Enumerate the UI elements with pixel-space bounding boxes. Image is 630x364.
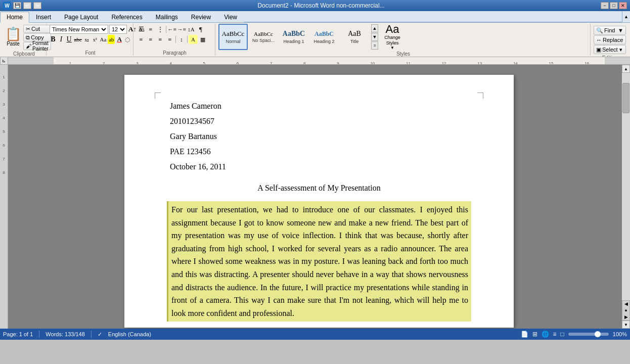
highlight-button[interactable]: ab	[108, 35, 115, 44]
view-web-btn[interactable]: 🌐	[542, 331, 549, 338]
styles-scroll-down[interactable]: ▼	[371, 33, 378, 41]
format-painter-button[interactable]: 🖌 Format Painter	[23, 42, 51, 50]
style-no-spacing-button[interactable]: AaBbCc No Spaci...	[249, 24, 278, 50]
zoom-level: 100%	[613, 331, 627, 337]
decrease-indent-button[interactable]: ←≡	[167, 25, 176, 34]
ruler-numbers: 12345678910111213141516	[54, 61, 605, 65]
change-case-button[interactable]: Aa	[100, 35, 107, 44]
replace-button[interactable]: ↔ Replace	[594, 35, 626, 44]
style-title-button[interactable]: AaB Title	[340, 24, 369, 50]
find-button[interactable]: 🔍 Find ▼	[594, 26, 626, 35]
sort-button[interactable]: ↕A	[187, 25, 196, 34]
prev-page-btn[interactable]: ◀	[624, 301, 628, 306]
bold-button[interactable]: B	[50, 35, 57, 44]
styles-more-btn[interactable]: ≡	[371, 41, 378, 50]
subscript-button[interactable]: x₂	[83, 35, 91, 44]
paste-button[interactable]: 📋 Paste	[4, 24, 22, 50]
change-styles-label: ChangeStyles	[384, 35, 400, 46]
font-name-selector[interactable]: Times New Roman	[50, 25, 108, 34]
tab-view[interactable]: View	[217, 12, 244, 22]
show-formatting-button[interactable]: ¶	[196, 25, 205, 34]
bullets-button[interactable]: ☰	[137, 25, 146, 34]
style-normal-button[interactable]: AaBbCc Normal	[218, 24, 248, 50]
zoom-thumb[interactable]	[595, 331, 601, 337]
align-center-button[interactable]: ≡	[146, 35, 155, 44]
status-sep2	[91, 331, 92, 338]
close-button[interactable]: ✕	[619, 2, 627, 9]
page-status-text: Page: 1 of 1	[3, 331, 33, 337]
spell-check-indicator[interactable]: ✓	[98, 331, 102, 338]
style-heading2-button[interactable]: AaBbC Heading 2	[309, 24, 339, 50]
zoom-slider[interactable]	[568, 333, 609, 336]
view-fullscreen-btn[interactable]: ⊞	[532, 331, 537, 338]
tab-insert[interactable]: Insert	[29, 12, 58, 22]
superscript-button[interactable]: x²	[92, 35, 99, 44]
view-outline-btn[interactable]: ≡	[553, 331, 557, 338]
align-left-button[interactable]: ≡	[137, 35, 146, 44]
paste-label: Paste	[7, 41, 20, 47]
course-line: PAE 123456	[170, 146, 468, 158]
select-button[interactable]: ▣ Select ▾	[594, 45, 626, 54]
next-page-btn[interactable]: ▶	[624, 314, 628, 320]
ribbon-collapse-btn[interactable]: ▲	[622, 11, 630, 22]
align-right-button[interactable]: ≡	[156, 35, 165, 44]
styles-scroll: ▲ ▼ ≡	[371, 24, 378, 50]
justify-button[interactable]: ≡	[165, 35, 174, 44]
tab-home[interactable]: Home	[0, 12, 29, 23]
tab-references[interactable]: References	[105, 12, 149, 22]
restore-button[interactable]: □	[610, 2, 618, 9]
ribbon-tabs: Home Insert Page Layout References Maili…	[0, 11, 630, 22]
cut-button[interactable]: ✂ Cut	[23, 25, 51, 33]
editing-group: 🔍 Find ▼ ↔ Replace ▣ Select ▾ Editing	[592, 24, 628, 56]
paragraph-group: ☰ ≡ ⋮ ←≡ →≡ ↕A ¶ ≡ ≡ ≡ ≡ ↕ A ▦ Paragrap	[134, 24, 215, 56]
ruler-margin-left	[8, 57, 54, 64]
date-line: October 16, 2011	[170, 161, 468, 173]
numbering-button[interactable]: ≡	[146, 25, 155, 34]
scroll-track[interactable]	[622, 73, 630, 300]
title-bar: W 💾 ↩ ↪ Document2 - Microsoft Word non-c…	[0, 0, 630, 11]
view-draft-btn[interactable]: □	[561, 331, 564, 338]
change-styles-button[interactable]: Aa ChangeStyles ▼	[379, 24, 406, 50]
tab-page-layout[interactable]: Page Layout	[58, 12, 105, 22]
document-page[interactable]: James Cameron 20101234567 Gary Bartanus …	[124, 75, 514, 328]
underline-button[interactable]: U	[66, 35, 73, 44]
document-area: James Cameron 20101234567 Gary Bartanus …	[8, 65, 630, 329]
tab-review[interactable]: Review	[185, 12, 217, 22]
increase-indent-button[interactable]: →≡	[177, 25, 186, 34]
scroll-thumb[interactable]	[622, 83, 629, 113]
multilevel-button[interactable]: ⋮	[156, 25, 165, 34]
styles-group: AaBbCc Normal AaBbCc No Spaci... AaBbC H…	[216, 24, 591, 56]
style-heading1-button[interactable]: AaBbC Heading 1	[279, 24, 308, 50]
body-paragraph[interactable]: For our last presentation, we had to int…	[167, 201, 471, 322]
scroll-down-button[interactable]: ▼	[622, 321, 630, 329]
quick-access-redo[interactable]: ↪	[33, 2, 41, 9]
clipboard-group: 📋 Paste ✂ Cut ⧉ Copy 🖌 Format Painter Cl…	[2, 24, 47, 56]
vertical-ruler: 1 2 3 4 5 6 7 8	[0, 65, 8, 329]
tab-mailings[interactable]: Mailings	[149, 12, 185, 22]
app-icon: W	[3, 2, 11, 10]
line-spacing-button[interactable]: ↕	[177, 35, 186, 44]
borders-button[interactable]: ▦	[198, 35, 207, 44]
quick-access-save[interactable]: 💾	[13, 2, 21, 9]
shading-button[interactable]: A	[189, 35, 198, 44]
styles-scroll-up[interactable]: ▲	[371, 24, 378, 32]
clear-format-button[interactable]: ◌	[124, 35, 131, 44]
scroll-up-button[interactable]: ▲	[622, 65, 630, 73]
check-icon: ✓	[98, 331, 102, 338]
view-print-btn[interactable]: 📄	[521, 331, 528, 338]
font-color-button[interactable]: A	[116, 35, 123, 44]
student-name-line: James Cameron	[170, 100, 468, 112]
scroll-page-controls: ◀ ● ▶	[622, 300, 630, 321]
style-h2-preview: AaBbC	[314, 30, 334, 38]
main-area: 1 2 3 4 5 6 7 8 James Cameron 2010123456…	[0, 65, 630, 329]
italic-button[interactable]: I	[58, 35, 65, 44]
language-status[interactable]: English (Canada)	[108, 331, 151, 337]
quick-access-undo[interactable]: ↩	[23, 2, 31, 9]
strikethrough-button[interactable]: abc	[74, 35, 82, 44]
minimize-button[interactable]: −	[601, 2, 609, 9]
ruler-tab-btn[interactable]: ⊾	[0, 57, 8, 65]
font-size-selector[interactable]: 12	[109, 25, 127, 34]
para-sep1	[166, 26, 166, 33]
paste-icon: 📋	[5, 28, 21, 41]
style-normal-label: Normal	[226, 39, 240, 44]
